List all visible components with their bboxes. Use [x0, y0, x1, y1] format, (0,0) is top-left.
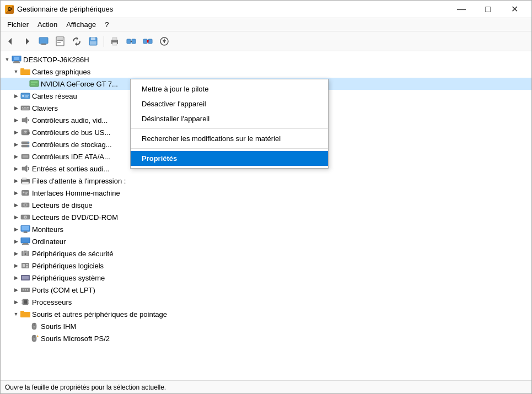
device-tree[interactable]: ▼ DESKTOP-J6K286H ▼ — [1, 51, 531, 380]
tree-item-hid[interactable]: ▶ Interfaces Homme-machine — [1, 187, 531, 199]
menu-fichier[interactable]: Fichier — [3, 19, 33, 31]
menu-bar: Fichier Action Affichage ? — [1, 18, 531, 31]
audio-ctrl-label: Contrôleurs audio, vid... — [32, 116, 108, 125]
disk-expand-icon: ▶ — [12, 201, 20, 209]
nvidia-expand-icon — [20, 79, 29, 88]
nvidia-icon — [29, 79, 39, 88]
menu-help[interactable]: ? — [100, 19, 113, 31]
remove-btn[interactable] — [140, 34, 155, 49]
svg-rect-92 — [24, 300, 27, 304]
connect-btn[interactable] — [123, 34, 139, 49]
tree-item-print[interactable]: ▶ Files d'attente à l'impression : — [1, 175, 531, 187]
svg-rect-58 — [22, 178, 26, 180]
monitor-icon — [20, 225, 30, 234]
mouse-folder-expand-icon: ▼ — [12, 310, 20, 319]
cpu-icon — [20, 298, 30, 306]
svg-point-66 — [25, 204, 26, 206]
status-bar: Ouvre la feuille de propriétés pour la s… — [1, 380, 531, 393]
print-btn[interactable] — [107, 34, 122, 49]
monitor-expand-icon: ▶ — [12, 225, 20, 234]
tree-item-mouse-folder[interactable]: ▼ Souris et autres périphériques de poin… — [1, 308, 531, 320]
menu-affichage[interactable]: Affichage — [62, 19, 100, 31]
tree-item-gpu-folder[interactable]: ▼ Cartes graphiques — [1, 66, 531, 78]
device-manager-icon-btn[interactable] — [36, 34, 51, 49]
tree-item-system-dev[interactable]: ▶ Périphériques système — [1, 272, 531, 284]
title-bar-left: ⚙ Gestionnaire de périphériques — [5, 5, 113, 14]
tree-item-mouse-ps2[interactable]: Souris Microsoft PS/2 — [1, 332, 531, 344]
svg-rect-4 — [40, 45, 47, 45]
ide-expand-icon: ▶ — [12, 152, 20, 161]
save-btn[interactable] — [85, 34, 101, 49]
svg-rect-31 — [20, 69, 30, 75]
svg-marker-0 — [8, 38, 12, 45]
hid-icon — [20, 188, 30, 197]
computer-label: Ordinateur — [32, 238, 66, 246]
svg-point-53 — [28, 145, 29, 147]
svg-marker-9 — [77, 37, 78, 40]
remove-icon — [143, 36, 153, 46]
menu-action[interactable]: Action — [33, 19, 62, 31]
back-button[interactable] — [3, 34, 18, 49]
svg-rect-55 — [23, 155, 28, 158]
properties-btn[interactable] — [52, 34, 68, 49]
svg-rect-74 — [21, 238, 30, 243]
ctx-update-driver[interactable]: Mettre à jour le pilote — [131, 82, 328, 96]
ports-expand-icon: ▶ — [12, 285, 20, 294]
svg-rect-98 — [20, 311, 24, 312]
tree-item-mouse-ihm[interactable]: Souris IHM — [1, 320, 531, 332]
tree-item-dvd[interactable]: ▶ Lecteurs de DVD/CD-ROM — [1, 211, 531, 223]
tree-item-software-dev[interactable]: ▶ Périphériques logiciels — [1, 260, 531, 272]
close-button[interactable]: ✕ — [502, 1, 527, 18]
refresh-btn[interactable] — [69, 34, 84, 49]
svg-rect-82 — [23, 264, 25, 267]
svg-rect-21 — [148, 39, 152, 44]
tree-item-monitor[interactable]: ▶ Moniteurs — [1, 223, 531, 235]
minimize-button[interactable]: — — [449, 1, 474, 18]
tree-item-disk[interactable]: ▶ Lecteurs de disque — [1, 199, 531, 211]
storage-expand-icon: ▶ — [12, 140, 20, 149]
forward-button[interactable] — [19, 34, 35, 49]
download-icon — [159, 36, 169, 46]
svg-rect-40 — [21, 106, 30, 110]
app-icon: ⚙ — [5, 5, 14, 14]
svg-rect-8 — [57, 42, 61, 43]
svg-text:USB: USB — [24, 131, 30, 134]
svg-rect-39 — [25, 96, 28, 98]
save-icon — [88, 36, 98, 46]
svg-rect-41 — [22, 107, 23, 108]
download-btn[interactable] — [157, 34, 172, 49]
gpu-folder-expand-icon: ▼ — [12, 67, 20, 76]
ctx-properties[interactable]: Propriétés — [131, 151, 328, 166]
svg-rect-62 — [25, 192, 28, 193]
audio-expand-icon: ▶ — [12, 116, 20, 125]
computer-icon2 — [20, 237, 30, 246]
svg-rect-44 — [27, 107, 29, 108]
tree-item-ports[interactable]: ▶ Ports (COM et LPT) — [1, 284, 531, 296]
tree-item-cpu[interactable]: ▶ Processeurs — [1, 296, 531, 308]
security-expand-icon: ▶ — [12, 249, 20, 258]
root-computer-icon — [12, 55, 22, 64]
tree-root[interactable]: ▼ DESKTOP-J6K286H — [1, 53, 531, 66]
svg-rect-42 — [24, 107, 25, 108]
svg-point-80 — [25, 253, 26, 255]
disk-icon — [20, 201, 30, 209]
svg-marker-46 — [22, 117, 27, 123]
ctx-disable-device[interactable]: Désactiver l'appareil — [131, 96, 328, 111]
svg-rect-97 — [20, 312, 30, 317]
ctx-scan-hardware[interactable]: Rechercher les modifications sur le maté… — [131, 131, 328, 146]
svg-rect-34 — [31, 82, 37, 83]
svg-marker-1 — [26, 38, 29, 45]
keyboard-expand-icon: ▶ — [12, 104, 20, 112]
maximize-button[interactable]: □ — [475, 1, 501, 18]
svg-rect-84 — [26, 266, 28, 268]
svg-rect-60 — [22, 190, 29, 196]
svg-rect-38 — [25, 95, 29, 96]
tree-item-computer[interactable]: ▶ Ordinateur — [1, 235, 531, 247]
svg-marker-10 — [75, 42, 77, 46]
usb-label: Contrôleurs de bus US... — [32, 128, 110, 137]
svg-rect-5 — [56, 37, 64, 46]
tree-item-security[interactable]: ▶ Périphériques de sécurité — [1, 247, 531, 260]
ctx-uninstall-device[interactable]: Désinstaller l'appareil — [131, 111, 328, 126]
svg-point-89 — [25, 289, 26, 290]
svg-point-104 — [34, 338, 35, 340]
